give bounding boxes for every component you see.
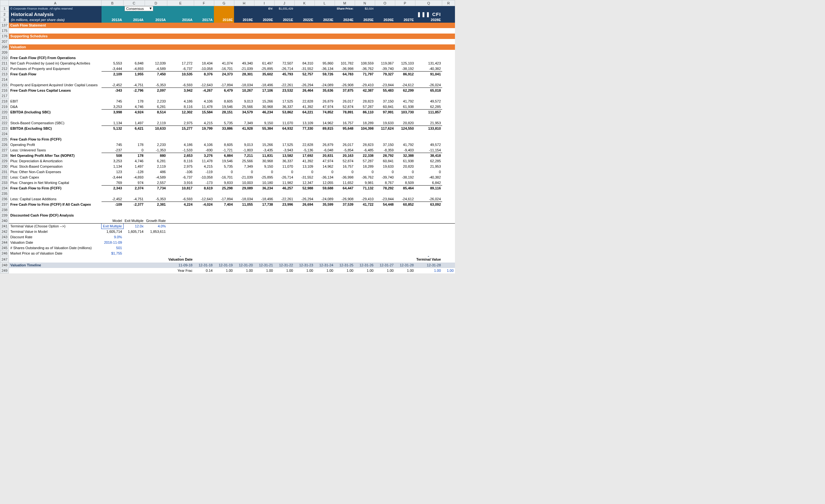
data-cell[interactable]: 12,039 [145,61,167,66]
data-cell[interactable]: 9,013 [234,142,254,148]
data-cell[interactable]: 25,566 [234,158,254,164]
row-246[interactable]: 246Market Price as of Valuation Date$1,7… [0,251,455,256]
data-cell[interactable]: 4,215 [194,121,214,126]
row-216[interactable]: 216Free Cash Flow Less Capital Leases-34… [0,88,455,93]
row-234[interactable]: 234Free Cash Flow to Firm (FCFF)2,3432,3… [0,186,455,191]
data-cell[interactable]: -22,261 [274,82,294,88]
data-cell[interactable]: 35,602 [254,72,274,77]
data-cell[interactable]: 22,338 [355,153,375,158]
data-cell[interactable]: -26,024 [415,197,442,202]
data-cell[interactable]: 4,186 [167,142,194,148]
data-cell[interactable]: 26,694 [294,202,314,207]
data-cell[interactable]: 89,815 [314,126,334,131]
data-cell[interactable]: -16,701 [214,66,234,72]
data-cell[interactable]: 57,287 [355,158,375,164]
data-cell[interactable]: 7,349 [234,164,254,169]
data-cell[interactable]: 8,116 [167,104,194,110]
data-cell[interactable]: -36,762 [355,175,375,180]
row-235[interactable]: 235 [0,191,455,197]
data-cell[interactable]: -9,403 [395,148,415,153]
row-213[interactable]: 213Free Cash Flow2,1091,9557,45010,5358,… [0,72,455,77]
data-cell[interactable]: 2,119 [145,121,167,126]
data-cell[interactable]: 133,810 [415,126,442,131]
data-cell[interactable]: 64,932 [274,126,294,131]
data-cell[interactable]: -26,714 [274,175,294,180]
data-cell[interactable]: 4,106 [194,99,214,104]
data-cell[interactable]: 13,109 [294,164,314,169]
data-cell[interactable]: -4,893 [123,175,145,180]
data-cell[interactable]: -16,701 [214,175,234,180]
data-cell[interactable]: 19,633 [375,121,395,126]
data-cell[interactable]: 2,374 [123,186,145,191]
data-cell[interactable]: 111,857 [415,110,442,115]
data-cell[interactable]: -106 [167,169,194,175]
data-cell[interactable]: 974 [123,180,145,186]
data-cell[interactable]: -24,089 [314,82,334,88]
data-cell[interactable]: 8,116 [167,158,194,164]
data-cell[interactable]: 12,055 [314,180,334,186]
row-231[interactable]: 231Plus: Other Non-Cash Expenses123-1284… [0,169,455,175]
data-cell[interactable]: -8,359 [375,148,395,153]
data-cell[interactable]: 7,734 [145,186,167,191]
data-cell[interactable]: 8,619 [194,186,214,191]
data-cell[interactable]: -5,353 [145,82,167,88]
data-cell[interactable]: -6,593 [167,197,194,202]
data-cell[interactable]: 86,110 [355,110,375,115]
data-cell[interactable]: 0 [274,169,294,175]
data-cell[interactable]: -10,058 [194,175,214,180]
data-cell[interactable]: 89,116 [415,186,442,191]
data-cell[interactable]: 9,150 [254,164,274,169]
row-219[interactable]: 219D&A3,2534,7466,2818,11611,47819,54625… [0,104,455,110]
data-cell[interactable]: 38,418 [415,153,442,158]
data-cell[interactable]: -25,895 [254,175,274,180]
data-cell[interactable]: 178 [123,142,145,148]
data-cell[interactable]: -24,612 [395,197,415,202]
data-cell[interactable]: 2,097 [145,88,167,93]
data-cell[interactable]: 42,387 [355,88,375,93]
data-cell[interactable]: 37,150 [375,142,395,148]
data-cell[interactable]: 62,285 [415,158,442,164]
data-cell[interactable]: -21,039 [234,66,254,72]
data-cell[interactable]: 10,003 [234,180,254,186]
data-cell[interactable]: 33,886 [214,126,234,131]
data-cell[interactable]: 18,289 [355,121,375,126]
data-cell[interactable]: 25,298 [214,186,234,191]
data-cell[interactable]: 20,820 [395,164,415,169]
data-cell[interactable]: 60,841 [375,158,395,164]
data-cell[interactable]: 52,874 [334,158,355,164]
data-cell[interactable]: 45,793 [274,72,294,77]
data-cell[interactable]: 36,337 [274,104,294,110]
row-224[interactable]: 224 [0,131,455,137]
data-cell[interactable]: 41,074 [214,61,234,66]
data-cell[interactable]: 6,281 [145,104,167,110]
data-cell[interactable]: 8,509 [395,180,415,186]
data-cell[interactable]: 3,276 [194,153,214,158]
row-236[interactable]: 236Less: Capital Lease Additions-2,452-4… [0,197,455,202]
data-cell[interactable]: -3,444 [101,175,123,180]
row-137[interactable]: 137Cash Flow Statement [0,23,455,28]
data-cell[interactable]: 7,211 [234,153,254,158]
row-223[interactable]: 223EBITDA (Excluding SBC)5,1326,42110,63… [0,126,455,131]
data-cell[interactable]: -3,444 [101,66,123,72]
data-cell[interactable]: 17,692 [294,153,314,158]
col-header-B[interactable]: B [101,0,123,6]
data-cell[interactable]: 0 [355,169,375,175]
data-cell[interactable]: 15,277 [167,126,194,131]
data-cell[interactable]: -26,908 [334,197,355,202]
row-215[interactable]: 215Property and Equipment Acquired Under… [0,82,455,88]
data-cell[interactable]: 18,434 [194,61,214,66]
data-cell[interactable]: -128 [123,169,145,175]
row-243[interactable]: 243Discount Rate9.0% [0,234,455,240]
data-cell[interactable]: -6,485 [355,148,375,153]
terminal-value-option-input[interactable]: Exit Multiple [101,224,123,229]
data-cell[interactable]: -26,294 [294,197,314,202]
data-cell[interactable]: 49,572 [415,99,442,104]
row-218[interactable]: 218EBIT7451782,2334,1864,1068,6059,01315… [0,99,455,104]
data-cell[interactable]: 2,109 [101,72,123,77]
data-cell[interactable]: 63,092 [415,202,442,207]
data-cell[interactable]: 41,792 [395,142,415,148]
row-230[interactable]: 230Plus: Stock-Based Compensation1,1341,… [0,164,455,169]
data-cell[interactable]: 4,746 [123,104,145,110]
data-cell[interactable]: 8,376 [194,72,214,77]
row-214[interactable]: 214 [0,77,455,82]
